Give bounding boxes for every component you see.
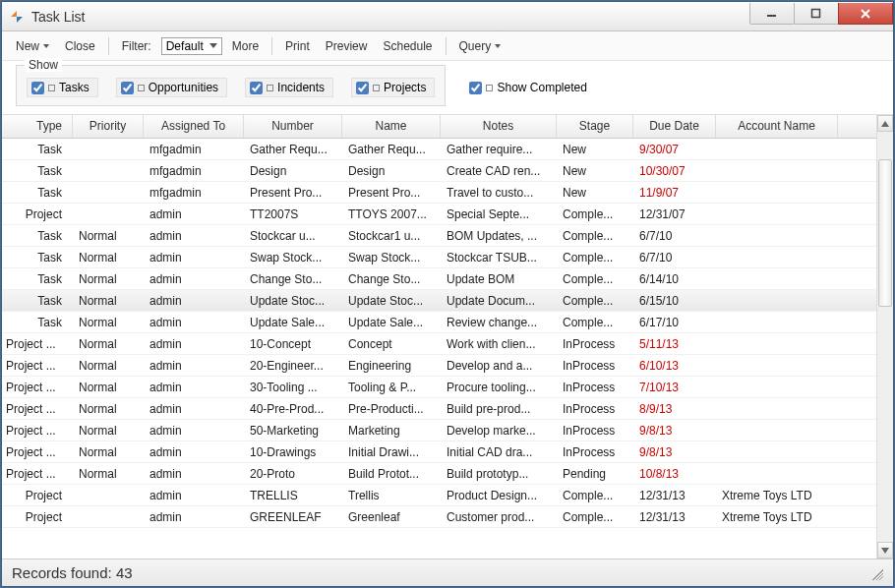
titlebar[interactable]: Task List: [2, 2, 893, 31]
table-row[interactable]: ProjectadminTT2007STTOYS 2007...Special …: [2, 204, 876, 225]
schedule-action[interactable]: Schedule: [377, 37, 438, 55]
opportunities-checkbox-input[interactable]: [121, 82, 134, 94]
cell-priority: Normal: [73, 334, 144, 354]
table-row[interactable]: TaskmfgadminDesignDesignCreate CAD ren..…: [2, 160, 876, 182]
show-completed-checkbox[interactable]: Show Completed: [469, 65, 586, 94]
tasks-checkbox[interactable]: Tasks: [27, 78, 98, 97]
vertical-scrollbar[interactable]: [876, 115, 893, 559]
table-row[interactable]: TaskNormaladminUpdate Stoc...Update Stoc…: [2, 290, 876, 312]
table-row[interactable]: Project ...Normaladmin50-MarketingMarket…: [2, 420, 876, 441]
cell-number: 30-Tooling ...: [244, 378, 342, 397]
query-menu[interactable]: Query: [453, 37, 507, 55]
cell-notes: Travel to custo...: [441, 183, 557, 203]
col-due-date[interactable]: Due Date: [633, 115, 716, 138]
records-found-label: Records found:: [12, 564, 112, 581]
cell-stage: InProcess: [557, 334, 633, 354]
cell-due: 6/7/10: [633, 226, 716, 246]
incidents-checkbox[interactable]: Incidents: [245, 78, 333, 97]
maximize-button[interactable]: [794, 3, 839, 25]
cell-assigned: admin: [144, 226, 244, 246]
window-buttons: [750, 3, 893, 27]
minimize-button[interactable]: [749, 3, 795, 25]
tasks-checkbox-input[interactable]: [31, 82, 44, 94]
cell-name: Build Protot...: [342, 464, 441, 484]
table-row[interactable]: Project ...Normaladmin20-Engineer...Engi…: [2, 355, 876, 377]
scroll-down-button[interactable]: [877, 542, 893, 559]
col-number[interactable]: Number: [244, 115, 342, 138]
col-notes[interactable]: Notes: [441, 115, 557, 138]
col-account-name[interactable]: Account Name: [716, 115, 838, 138]
cell-account: [716, 190, 838, 196]
cell-priority: Normal: [73, 421, 144, 441]
close-action[interactable]: Close: [59, 37, 101, 55]
cell-number: 10-Concept: [244, 334, 342, 354]
col-assigned-to[interactable]: Assigned To: [144, 115, 244, 138]
cell-notes: Develop marke...: [441, 421, 557, 441]
scroll-thumb[interactable]: [878, 159, 892, 307]
cell-due: 9/8/13: [633, 442, 716, 462]
filter-select[interactable]: Default: [161, 37, 222, 55]
col-stage[interactable]: Stage: [557, 115, 633, 138]
box-icon: [138, 85, 145, 91]
incidents-checkbox-input[interactable]: [250, 82, 263, 94]
cell-due: 12/31/07: [633, 205, 716, 224]
cell-assigned: mfgadmin: [144, 183, 244, 203]
cell-account: Xtreme Toys LTD: [716, 507, 838, 527]
table-row[interactable]: TaskmfgadminGather Requ...Gather Requ...…: [2, 139, 876, 160]
table-row[interactable]: Project ...Normaladmin30-Tooling ...Tool…: [2, 377, 876, 398]
cell-assigned: admin: [144, 421, 244, 441]
cell-stage: Comple...: [557, 313, 633, 332]
table-row[interactable]: ProjectadminGREENLEAFGreenleafCustomer p…: [2, 506, 876, 528]
cell-number: Stockcar u...: [244, 226, 342, 246]
status-bar: Records found: 43: [2, 559, 893, 586]
table-row[interactable]: TaskNormaladminUpdate Sale...Update Sale…: [2, 312, 876, 333]
cell-number: TRELLIS: [244, 486, 342, 505]
cell-assigned: admin: [144, 269, 244, 289]
table-row[interactable]: Project ...Normaladmin20-ProtoBuild Prot…: [2, 463, 876, 485]
table-row[interactable]: Project ...Normaladmin10-ConceptConceptW…: [2, 333, 876, 355]
table-row[interactable]: Project ...Normaladmin40-Pre-Prod...Pre-…: [2, 398, 876, 420]
cell-type: Task: [2, 291, 73, 311]
cell-priority: [73, 493, 144, 499]
cell-type: Project ...: [2, 378, 73, 397]
projects-checkbox-input[interactable]: [356, 82, 369, 94]
cell-name: Present Pro...: [342, 183, 441, 203]
cell-number: 20-Engineer...: [244, 356, 342, 376]
close-button[interactable]: [838, 3, 893, 25]
projects-checkbox[interactable]: Projects: [351, 78, 435, 97]
resize-grip-icon[interactable]: [869, 566, 883, 580]
table-row[interactable]: TaskNormaladminChange Sto...Change Sto..…: [2, 268, 876, 290]
cell-priority: Normal: [73, 269, 144, 289]
new-menu[interactable]: New: [10, 37, 55, 55]
cell-type: Project ...: [2, 421, 73, 441]
cell-notes: Initial CAD dra...: [441, 442, 557, 462]
col-priority[interactable]: Priority: [73, 115, 144, 138]
col-type[interactable]: Type: [2, 115, 73, 138]
col-name[interactable]: Name: [342, 115, 441, 138]
cell-priority: Normal: [73, 378, 144, 397]
cell-due: 6/7/10: [633, 248, 716, 267]
svg-rect-1: [812, 9, 820, 17]
separator: [271, 37, 272, 55]
table-row[interactable]: TaskNormaladminStockcar u...Stockcar1 u.…: [2, 225, 876, 247]
opportunities-checkbox[interactable]: Opportunities: [116, 78, 227, 97]
table-row[interactable]: Project ...Normaladmin10-DrawingsInitial…: [2, 441, 876, 463]
cell-assigned: admin: [144, 464, 244, 484]
table-row[interactable]: TaskNormaladminSwap Stock...Swap Stock..…: [2, 247, 876, 268]
more-action[interactable]: More: [226, 37, 265, 55]
scroll-track[interactable]: [877, 132, 893, 542]
show-completed-input[interactable]: [469, 82, 482, 94]
cell-name: Engineering: [342, 356, 441, 376]
cell-type: Project ...: [2, 464, 73, 484]
preview-action[interactable]: Preview: [320, 37, 374, 55]
show-completed-label: Show Completed: [497, 81, 586, 94]
cell-type: Project: [2, 486, 73, 505]
cell-priority: [73, 168, 144, 174]
cell-account: [716, 320, 838, 325]
table-row[interactable]: TaskmfgadminPresent Pro...Present Pro...…: [2, 182, 876, 204]
table-row[interactable]: ProjectadminTRELLISTrellisProduct Design…: [2, 485, 876, 506]
cell-account: [716, 341, 838, 347]
cell-stage: Comple...: [557, 486, 633, 505]
print-action[interactable]: Print: [279, 37, 316, 55]
scroll-up-button[interactable]: [877, 115, 893, 132]
